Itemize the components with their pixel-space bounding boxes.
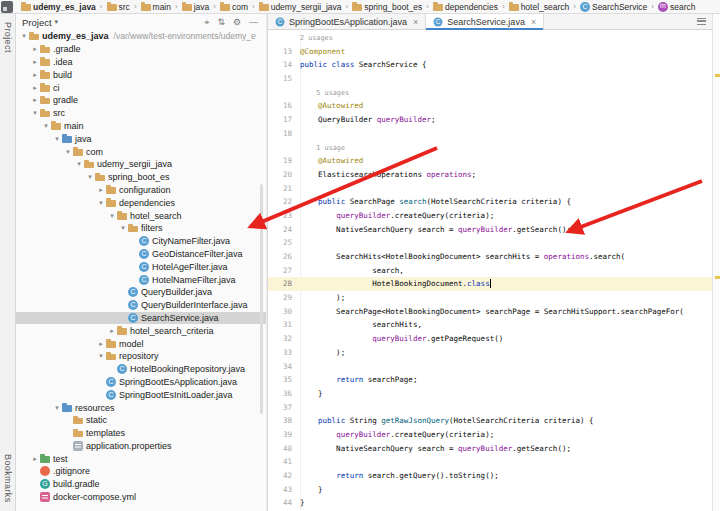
- chevron-expanded-icon[interactable]: ▾: [52, 135, 62, 143]
- code-line[interactable]: 25: [268, 236, 712, 250]
- tree-item-filters[interactable]: ▾filters: [16, 222, 266, 235]
- more-icon[interactable]: [697, 18, 706, 25]
- code-line[interactable]: 17 QueryBuilder queryBuilder;: [268, 113, 712, 127]
- code-line[interactable]: 19 @Autowired: [268, 154, 712, 168]
- chevron-collapsed-icon[interactable]: ▸: [30, 84, 40, 92]
- stripe-mark[interactable]: [715, 276, 720, 279]
- inlay-hint-row[interactable]: 1 usage: [268, 141, 712, 155]
- tree-item-test[interactable]: ▸test: [16, 452, 266, 465]
- code-line[interactable]: 43 }: [268, 483, 712, 497]
- tree-item-resources[interactable]: ▾resources: [16, 401, 266, 414]
- code-editor[interactable]: 2 usages13@Component14public class Searc…: [268, 31, 712, 511]
- usages-hint[interactable]: 2 usages: [300, 34, 333, 42]
- code-line[interactable]: 18: [268, 127, 712, 141]
- tree-item-hotel_search[interactable]: ▾hotel_search: [16, 209, 266, 222]
- code-line[interactable]: 23 queryBuilder.createQuery(criteria);: [268, 209, 712, 223]
- tree-item-src[interactable]: ▾src: [16, 107, 266, 120]
- code-line[interactable]: 24 NativeSearchQuery search = queryBuild…: [268, 223, 712, 237]
- code-line[interactable]: 28 HotelBookingDocument.class: [268, 277, 712, 291]
- tree-item-build[interactable]: ▸build: [16, 68, 266, 81]
- tree-item-static[interactable]: static: [16, 414, 266, 427]
- tree-item-dependencies[interactable]: ▾dependencies: [16, 196, 266, 209]
- tree-item-hotel_search_criteria[interactable]: ▸hotel_search_criteria: [16, 324, 266, 337]
- chevron-expanded-icon[interactable]: ▾: [107, 212, 117, 220]
- breadcrumb-item-java[interactable]: java: [181, 2, 211, 12]
- tree-item-ci[interactable]: ▸ci: [16, 81, 266, 94]
- code-line[interactable]: 21: [268, 182, 712, 196]
- tree-item-main[interactable]: ▾main: [16, 120, 266, 133]
- tree-item-SearchService.java[interactable]: SearchService.java: [16, 312, 266, 325]
- code-line[interactable]: 38 public String getRawJsonQuery(HotelSe…: [268, 414, 712, 428]
- code-line[interactable]: 35 return searchPage;: [268, 373, 712, 387]
- code-line[interactable]: 22 public SearchPage search(HotelSearchC…: [268, 195, 712, 209]
- tree-item-gradle[interactable]: ▸gradle: [16, 94, 266, 107]
- bookmarks-stripe-label[interactable]: Bookmarks: [3, 454, 13, 503]
- breadcrumb-item-search[interactable]: search: [657, 2, 697, 12]
- breadcrumb-item-main[interactable]: main: [140, 2, 172, 12]
- code-line[interactable]: 30 SearchPage<HotelBookingDocument> sear…: [268, 305, 712, 319]
- chevron-expanded-icon[interactable]: ▾: [85, 173, 95, 181]
- chevron-expanded-icon[interactable]: ▾: [96, 352, 106, 360]
- code-line[interactable]: 33 );: [268, 346, 712, 360]
- code-line[interactable]: 26 SearchHits<HotelBookingDocument> sear…: [268, 250, 712, 264]
- tree-item-java[interactable]: ▾java: [16, 132, 266, 145]
- tree-scrollbar[interactable]: [260, 184, 263, 414]
- code-line[interactable]: 16 @Autowired: [268, 99, 712, 113]
- code-line[interactable]: 13@Component: [268, 45, 712, 59]
- code-line[interactable]: 27 search,: [268, 264, 712, 278]
- chevron-expanded-icon[interactable]: ▾: [63, 148, 73, 156]
- code-line[interactable]: 32 queryBuilder.getPageRequest(): [268, 332, 712, 346]
- close-icon[interactable]: ×: [413, 17, 418, 27]
- tree-item-repository[interactable]: ▾repository: [16, 350, 266, 363]
- code-line[interactable]: 15: [268, 72, 712, 86]
- usages-hint[interactable]: 1 usage: [300, 144, 345, 152]
- code-line[interactable]: 44}: [268, 496, 712, 510]
- tree-item-docker-compose.yml[interactable]: docker-compose.yml: [16, 491, 266, 504]
- tree-item-udemy_es_java[interactable]: ▾udemy_es_java/var/www/test-environments…: [16, 30, 266, 43]
- tree-item-build.gradle[interactable]: build.gradle: [16, 478, 266, 491]
- close-icon[interactable]: ×: [531, 17, 536, 27]
- chevron-expanded-icon[interactable]: ▾: [19, 32, 29, 40]
- chevron-collapsed-icon[interactable]: ▸: [96, 340, 106, 348]
- chevron-collapsed-icon[interactable]: ▸: [30, 96, 40, 104]
- tree-item-SpringBootEsInitLoader.java[interactable]: SpringBootEsInitLoader.java: [16, 388, 266, 401]
- code-line[interactable]: 14public class SearchService {: [268, 58, 712, 72]
- chevron-collapsed-icon[interactable]: ▸: [30, 58, 40, 66]
- chevron-down-icon[interactable]: ▾: [55, 18, 59, 26]
- inlay-hint-row[interactable]: 5 usages: [268, 86, 712, 100]
- tree-item-configuration[interactable]: ▸configuration: [16, 184, 266, 197]
- code-line[interactable]: 41: [268, 455, 712, 469]
- tab-SearchService.java[interactable]: SearchService.java×: [426, 14, 544, 29]
- breadcrumb-item-SearchService[interactable]: SearchService: [579, 2, 648, 12]
- breadcrumb-item-src[interactable]: src: [106, 2, 131, 12]
- breadcrumb-item-com[interactable]: com: [219, 2, 249, 12]
- tree-item-templates[interactable]: templates: [16, 427, 266, 440]
- tree-item-HotelAgeFilter.java[interactable]: HotelAgeFilter.java: [16, 260, 266, 273]
- code-line[interactable]: 29 );: [268, 291, 712, 305]
- code-line[interactable]: 39 queryBuilder.createQuery(criteria);: [268, 428, 712, 442]
- hide-panel-icon[interactable]: ―: [249, 14, 258, 30]
- chevron-collapsed-icon[interactable]: ▸: [30, 455, 40, 463]
- stripe-mark[interactable]: [715, 74, 720, 77]
- code-line[interactable]: 31 searchHits,: [268, 318, 712, 332]
- chevron-expanded-icon[interactable]: ▾: [118, 224, 128, 232]
- chevron-expanded-icon[interactable]: ▾: [96, 199, 106, 207]
- tree-item-com[interactable]: ▾com: [16, 145, 266, 158]
- chevron-collapsed-icon[interactable]: ▸: [30, 71, 40, 79]
- chevron-expanded-icon[interactable]: ▾: [30, 109, 40, 117]
- breadcrumb-item-spring_boot_es[interactable]: spring_boot_es: [351, 2, 423, 12]
- code-line[interactable]: 37: [268, 401, 712, 415]
- error-stripe[interactable]: [712, 14, 720, 511]
- code-line[interactable]: 42 return search.getQuery().toString();: [268, 469, 712, 483]
- tree-item-SpringBootEsApplication.java[interactable]: SpringBootEsApplication.java: [16, 376, 266, 389]
- tree-item-QueryBuilder.java[interactable]: QueryBuilder.java: [16, 286, 266, 299]
- breadcrumb-item-udemy_sergii_java[interactable]: udemy_sergii_java: [258, 2, 343, 12]
- tree-item-spring_boot_es[interactable]: ▾spring_boot_es: [16, 171, 266, 184]
- tree-item-GeoDistanceFilter.java[interactable]: GeoDistanceFilter.java: [16, 248, 266, 261]
- tree-item-udemy_sergii_java[interactable]: ▾udemy_sergii_java: [16, 158, 266, 171]
- tree-item-.gradle[interactable]: ▸.gradle: [16, 43, 266, 56]
- breadcrumb-item-dependencies[interactable]: dependencies: [432, 2, 499, 12]
- inlay-hint-row[interactable]: 2 usages: [268, 31, 712, 45]
- breadcrumb-item-udemy_es_java[interactable]: udemy_es_java: [20, 2, 97, 12]
- tree-item-QueryBuilderInterface.java[interactable]: QueryBuilderInterface.java: [16, 299, 266, 312]
